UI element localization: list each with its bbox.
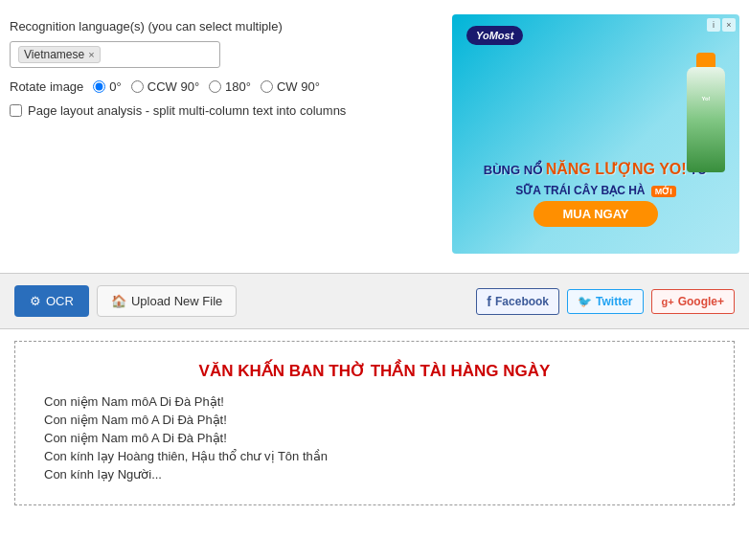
ad-info-button[interactable]: i bbox=[707, 18, 720, 32]
rotate-180-label[interactable]: 180° bbox=[209, 79, 251, 94]
twitter-icon: 🐦 bbox=[578, 295, 592, 308]
googleplus-label: Google+ bbox=[678, 295, 724, 308]
ad-panel: i × YoMost Yo! BÙNG NỔ NĂNG LƯỢNG YO! TỪ… bbox=[452, 14, 739, 254]
rotate-cw-radio[interactable] bbox=[261, 80, 273, 93]
page-layout-label: Page layout analysis - split multi-colum… bbox=[28, 103, 346, 118]
doc-line-1: Con niệm Nam môA Di Đà Phật! bbox=[44, 394, 705, 409]
facebook-icon: f bbox=[487, 294, 491, 309]
lang-select-box[interactable]: Vietnamese × bbox=[10, 41, 220, 68]
bottle-shape: Yo! bbox=[687, 67, 725, 172]
page-layout-row: Page layout analysis - split multi-colum… bbox=[10, 103, 433, 118]
doc-line-2: Con niệm Nam mô A Di Đà Phật! bbox=[44, 413, 705, 427]
social-links: f Facebook 🐦 Twitter g+ Google+ bbox=[476, 288, 735, 315]
ad-headline: BÙNG NỔ NĂNG LƯỢNG YO! TỪ bbox=[484, 160, 708, 180]
rotate-180-radio[interactable] bbox=[209, 80, 221, 93]
ad-controls: i × bbox=[707, 18, 736, 32]
rotate-ccw-radio[interactable] bbox=[131, 80, 144, 93]
doc-line-4: Con kính lạy Hoàng thiên, Hậu thổ chư vị… bbox=[44, 449, 705, 463]
googleplus-link[interactable]: g+ Google+ bbox=[651, 289, 736, 314]
rotate-0-label[interactable]: 0° bbox=[93, 79, 121, 94]
doc-line-3: Con niệm Nam mô A Di Đà Phật! bbox=[44, 431, 705, 445]
ad-box: i × YoMost Yo! BÙNG NỔ NĂNG LƯỢNG YO! TỪ… bbox=[452, 14, 739, 254]
ad-close-button[interactable]: × bbox=[722, 18, 736, 32]
rotate-ccw-label[interactable]: CCW 90° bbox=[131, 79, 199, 94]
rotate-cw-text: CW 90° bbox=[277, 79, 320, 94]
ad-moi-badge: MỚI bbox=[651, 186, 676, 197]
rotate-0-radio[interactable] bbox=[93, 80, 105, 93]
ad-subline1: SỮA TRÁI CÂY BẠC HÀ bbox=[515, 184, 645, 197]
toolbar-left: ⚙ OCR 🏠 Upload New File bbox=[14, 285, 237, 317]
doc-line-5: Con kính lạy Người... bbox=[44, 467, 705, 482]
ad-headline2: NĂNG LƯỢNG YO! bbox=[546, 161, 687, 177]
lang-tag-text: Vietnamese bbox=[24, 48, 84, 61]
ad-subtext: SỮA TRÁI CÂY BẠC HÀ MỚI bbox=[484, 184, 708, 197]
twitter-link[interactable]: 🐦 Twitter bbox=[567, 289, 643, 314]
rotate-0-text: 0° bbox=[109, 79, 121, 94]
rotate-ccw-text: CCW 90° bbox=[148, 79, 199, 94]
bottle-label: Yo! bbox=[687, 96, 725, 101]
page-layout-checkbox[interactable] bbox=[10, 104, 22, 117]
ad-cta-button[interactable]: MUA NGAY bbox=[533, 201, 657, 227]
googleplus-icon: g+ bbox=[662, 296, 674, 307]
rotate-180-text: 180° bbox=[225, 79, 251, 94]
lang-label: Recognition language(s) (you can select … bbox=[10, 19, 433, 34]
bottle-cap bbox=[696, 53, 715, 67]
facebook-label: Facebook bbox=[495, 295, 549, 308]
ocr-icon: ⚙ bbox=[30, 294, 41, 308]
facebook-link[interactable]: f Facebook bbox=[476, 288, 559, 315]
ocr-button[interactable]: ⚙ OCR bbox=[14, 285, 89, 317]
ad-brand-logo: YoMost bbox=[466, 26, 523, 45]
upload-label: Upload New File bbox=[131, 294, 222, 308]
ocr-label: OCR bbox=[46, 294, 74, 308]
toolbar: ⚙ OCR 🏠 Upload New File f Facebook 🐦 Twi… bbox=[0, 273, 749, 329]
lang-tag-close[interactable]: × bbox=[88, 49, 94, 60]
doc-title: VĂN KHẤN BAN THỜ THẦN TÀI HÀNG NGÀY bbox=[44, 361, 705, 381]
twitter-label: Twitter bbox=[596, 295, 632, 308]
ad-headline1: BÙNG NỔ bbox=[484, 163, 542, 177]
rotate-row: Rotate image 0° CCW 90° 180° CW 90° bbox=[10, 79, 433, 94]
document-area: VĂN KHẤN BAN THỜ THẦN TÀI HÀNG NGÀY Con … bbox=[14, 341, 735, 505]
rotate-cw-label[interactable]: CW 90° bbox=[261, 79, 320, 94]
upload-button[interactable]: 🏠 Upload New File bbox=[97, 285, 237, 317]
rotate-label: Rotate image bbox=[10, 79, 83, 94]
lang-tag[interactable]: Vietnamese × bbox=[18, 46, 101, 63]
upload-icon: 🏠 bbox=[111, 294, 126, 308]
